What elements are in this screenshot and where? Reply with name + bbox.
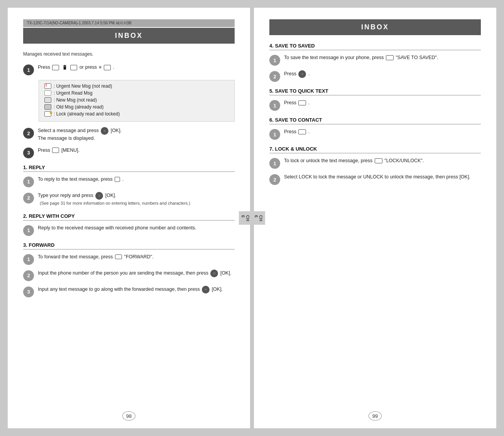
save-contact-step-1: 1 Press . xyxy=(269,128,481,140)
left-page-subtitle: Manages received text messages. xyxy=(23,51,235,57)
save-quick-step-1: 1 Press . xyxy=(269,99,481,111)
section-save-contact-title: 6. SAVE TO CONTACT xyxy=(269,117,481,124)
reply-key-icon xyxy=(115,177,120,182)
section-save-quick-title: 5. SAVE TO QUICK TEXT xyxy=(269,88,481,95)
left-page-number: 98 xyxy=(122,411,135,421)
forward-step-2: 2 Input the phone number of the person y… xyxy=(23,270,235,281)
section-forward-title: 3. FORWARD xyxy=(23,242,235,249)
lock-key-icon xyxy=(375,158,382,163)
main-step-2-text: Select a message and press ○ [OK].The me… xyxy=(38,127,235,142)
new-msg-label: : New Msg (not read) xyxy=(54,97,97,103)
icon-row-urgent-new: : Urgent New Msg (not read) xyxy=(44,83,229,89)
alt-key-icon xyxy=(104,65,111,70)
forward-step-3: 3 Input any text message to go along wit… xyxy=(23,286,235,297)
urgent-read-icon xyxy=(44,90,51,96)
section-lock-unlock-title: 7. LOCK & UNLOCK xyxy=(269,146,481,153)
icon-row-urgent-read: : Urgent Read Msg xyxy=(44,90,229,96)
forward-step-circle-1: 1 xyxy=(23,254,34,265)
nav-key-icon xyxy=(70,65,77,70)
lock-msg-label: : Lock (already read and locked) xyxy=(54,111,120,117)
left-chapter-tab: CH6 xyxy=(239,211,252,225)
new-msg-icon xyxy=(44,97,51,103)
urgent-read-label: : Urgent Read Msg xyxy=(54,90,93,96)
main-step-3: 3 Press [MENU]. xyxy=(23,147,235,158)
forward-step-3-text: Input any text message to go along with … xyxy=(38,286,235,293)
ok-button-2-icon: ○ xyxy=(95,192,103,200)
forward-key-icon xyxy=(115,254,122,259)
lock-step-2-text: Select LOCK to lock the message or UNLOC… xyxy=(284,173,481,181)
reply-step-2: 2 Type your reply and press ○ [OK]. (See… xyxy=(23,192,235,207)
main-step-1-text: Press 📱 or press ✳ . xyxy=(38,64,235,71)
save-saved-step-2-text: Press ○ . xyxy=(284,70,481,78)
forward-step-2-text: Input the phone number of the person you… xyxy=(38,270,235,277)
ok-button-fwd-icon: ○ xyxy=(210,270,218,277)
reply-copy-step-circle-1: 1 xyxy=(23,225,34,236)
contact-key-icon xyxy=(298,129,306,134)
icon-row-lock: : Lock (already read and locked) xyxy=(44,111,229,117)
section-save-to-saved-title: 4. SAVE TO SAVED xyxy=(269,43,481,50)
save-key-icon xyxy=(386,55,394,60)
step-circle-3: 3 xyxy=(23,148,34,158)
save-contact-step-circle-1: 1 xyxy=(269,129,280,140)
reply-step-1: 1 To reply to the text message, press . xyxy=(23,176,235,187)
ok-saved-icon: ○ xyxy=(298,70,306,78)
section-reply-copy-title: 2. REPLY WITH COPY xyxy=(23,213,235,221)
old-msg-label: : Old Msg (already read) xyxy=(54,104,103,110)
quick-key-icon xyxy=(298,100,306,105)
right-page: INBOX 4. SAVE TO SAVED 1 To save the tex… xyxy=(254,8,496,428)
lock-step-circle-2: 2 xyxy=(269,174,280,185)
top-bar-text: TX-120C-7/14(NO-CAMERA)-1 2003.7.14 5:56… xyxy=(27,20,132,26)
urgent-new-icon xyxy=(44,83,51,89)
section-reply-title: 1. REPLY xyxy=(23,165,235,172)
forward-step-1: 1 To forward the text message, press "FO… xyxy=(23,253,235,265)
old-msg-icon xyxy=(44,104,51,110)
left-page: TX-120C-7/14(NO-CAMERA)-1 2003.7.14 5:56… xyxy=(8,8,250,428)
main-step-1: 1 Press 📱 or press ✳ . xyxy=(23,64,235,75)
icon-row-old-msg: : Old Msg (already read) xyxy=(44,104,229,110)
left-page-header: INBOX xyxy=(23,28,235,44)
forward-step-1-text: To forward the text message, press "FORW… xyxy=(38,253,235,261)
step-circle-2: 2 xyxy=(23,128,34,139)
lock-msg-icon xyxy=(44,111,51,117)
reply-step-1-text: To reply to the text message, press . xyxy=(38,176,235,183)
top-bar: TX-120C-7/14(NO-CAMERA)-1 2003.7.14 5:56… xyxy=(23,19,235,27)
save-quick-step-1-text: Press . xyxy=(284,99,481,107)
save-saved-step-circle-2: 2 xyxy=(269,71,280,82)
reply-copy-step-1: 1 Reply to the received message with rec… xyxy=(23,224,235,236)
save-saved-step-1-text: To save the text message in your phone, … xyxy=(284,54,481,61)
main-step-3-text: Press [MENU]. xyxy=(38,147,235,154)
forward-step-circle-3: 3 xyxy=(23,287,34,297)
book-spread: TX-120C-7/14(NO-CAMERA)-1 2003.7.14 5:56… xyxy=(0,0,504,436)
step-circle-1: 1 xyxy=(23,64,34,75)
save-saved-step-1: 1 To save the text message in your phone… xyxy=(269,54,481,66)
ok-button-icon: ○ xyxy=(101,127,108,135)
forward-step-circle-2: 2 xyxy=(23,270,34,281)
reply-copy-step-1-text: Reply to the received message with recei… xyxy=(38,224,235,232)
save-contact-step-1-text: Press . xyxy=(284,128,481,136)
menu-key-icon xyxy=(52,148,59,153)
lock-step-1-text: To lock or unlock the text message, pres… xyxy=(284,157,481,165)
lock-step-2: 2 Select LOCK to lock the message or UNL… xyxy=(269,173,481,185)
reply-step-circle-2: 2 xyxy=(23,193,34,204)
save-saved-step-circle-1: 1 xyxy=(269,55,280,66)
urgent-new-label: : Urgent New Msg (not read) xyxy=(54,83,112,89)
lock-step-circle-1: 1 xyxy=(269,158,280,169)
right-page-header: INBOX xyxy=(269,19,481,35)
right-page-number: 99 xyxy=(369,411,382,421)
icon-legend-table: : Urgent New Msg (not read) : Urgent Rea… xyxy=(39,80,235,122)
reply-note: (See page 31 for more information on ent… xyxy=(40,201,190,205)
save-saved-step-2: 2 Press ○ . xyxy=(269,70,481,82)
right-chapter-tab: CH6 xyxy=(252,211,265,225)
left-soft-key-icon xyxy=(52,65,59,70)
main-step-2: 2 Select a message and press ○ [OK].The … xyxy=(23,127,235,142)
reply-step-2-text: Type your reply and press ○ [OK]. (See p… xyxy=(38,192,235,207)
save-quick-step-circle-1: 1 xyxy=(269,100,280,111)
lock-step-1: 1 To lock or unlock the text message, pr… xyxy=(269,157,481,169)
ok-button-fwd2-icon: ○ xyxy=(202,286,210,293)
reply-step-circle-1: 1 xyxy=(23,176,34,187)
icon-row-new-msg: : New Msg (not read) xyxy=(44,97,229,103)
